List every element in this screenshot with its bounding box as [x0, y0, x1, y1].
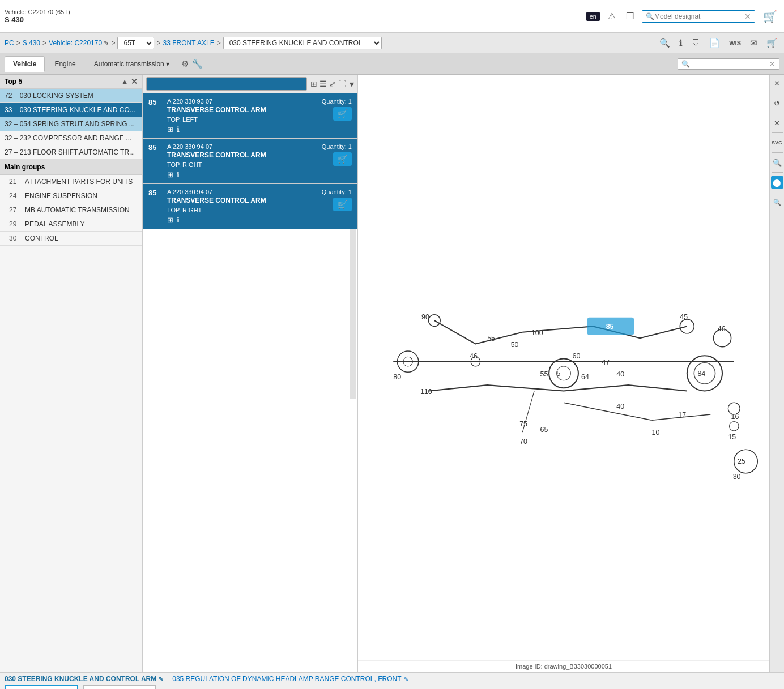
- sidebar-group-24[interactable]: 24 ENGINE SUSPENSION: [0, 189, 142, 203]
- tab-vehicle[interactable]: Vehicle: [5, 56, 45, 72]
- svg-text:15: 15: [728, 433, 736, 441]
- sidebar-top-item-1[interactable]: 33 – 030 STEERING KNUCKLE AND CO...: [0, 103, 142, 117]
- part-info-icon-1[interactable]: ℹ: [177, 170, 180, 179]
- rt-accent-btn[interactable]: ⬤: [771, 176, 783, 189]
- bottom-links: 030 STEERING KNUCKLE AND CONTROL ARM ✎ 0…: [5, 675, 779, 683]
- part-grid-icon-2[interactable]: ⊞: [167, 216, 173, 224]
- sidebar-group-29[interactable]: 29 PEDAL ASSEMBLY: [0, 217, 142, 232]
- add-to-cart-0[interactable]: 🛒: [333, 107, 352, 121]
- add-to-cart-2[interactable]: 🛒: [333, 198, 352, 211]
- bottom-link-0[interactable]: 030 STEERING KNUCKLE AND CONTROL ARM ✎: [5, 675, 163, 683]
- subgroup-dropdown[interactable]: 030 STEERING KNUCKLE AND CONTROL ARM: [223, 37, 382, 49]
- sidebar-top-item-4[interactable]: 27 – 213 FLOOR SHIFT,AUTOMATIC TR...: [0, 145, 142, 160]
- svg-text:64: 64: [581, 373, 589, 381]
- rt-close-btn[interactable]: ✕: [771, 77, 783, 89]
- fullscreen-icon[interactable]: ⛶: [338, 79, 346, 88]
- part-code-1: A 220 330 94 07: [167, 143, 317, 150]
- breadcrumb-vehicle[interactable]: Vehicle: C220170 ✎: [49, 39, 109, 47]
- rt-zoom-in-btn[interactable]: 🔍: [771, 156, 783, 169]
- right-toolbar: ✕ ↺ ✕ SVG 🔍 ⬤ 🔍: [769, 75, 784, 672]
- copy-icon[interactable]: ❐: [624, 10, 636, 23]
- info-icon[interactable]: ℹ: [677, 37, 685, 49]
- clear-search-icon[interactable]: ✕: [744, 12, 751, 21]
- drawing-canvas[interactable]: 80 90 45 46 85 110 5: [358, 75, 769, 660]
- top5-close-icon[interactable]: ✕: [131, 77, 138, 86]
- thumbnail-0[interactable]: [5, 685, 78, 689]
- sidebar-group-21[interactable]: 21 ATTACHMENT PARTS FOR UNITS: [0, 175, 142, 189]
- breadcrumb-pc[interactable]: PC: [5, 39, 14, 47]
- tab-search-input[interactable]: [690, 60, 769, 68]
- part-action-icons-1: ⊞ ℹ: [167, 170, 317, 179]
- part-info-1: A 220 330 94 07 TRANSVERSE CONTROL ARM T…: [167, 143, 317, 179]
- cart-top-icon[interactable]: 🛒: [764, 37, 779, 49]
- part-info-icon-0[interactable]: ℹ: [177, 125, 180, 134]
- tab-engine[interactable]: Engine: [46, 56, 84, 72]
- zoom-in-icon[interactable]: 🔍: [657, 37, 672, 49]
- tab-icon-2[interactable]: 🔧: [192, 59, 203, 69]
- bottom-strip: 030 STEERING KNUCKLE AND CONTROL ARM ✎ 0…: [0, 672, 784, 689]
- rt-cross-btn[interactable]: ✕: [771, 117, 783, 129]
- breadcrumb-s430[interactable]: S 430: [23, 39, 40, 47]
- bottom-link-1[interactable]: 035 REGULATION OF DYNAMIC HEADLAMP RANGE…: [172, 675, 408, 683]
- part-num-0: 85: [148, 98, 163, 106]
- breadcrumb-frontaxle[interactable]: 33 FRONT AXLE: [163, 39, 215, 47]
- rt-history-btn[interactable]: ↺: [771, 97, 783, 109]
- rt-separator-3: [772, 132, 783, 133]
- sidebar-top-item-0[interactable]: 72 – 030 LOCKING SYSTEM: [0, 89, 142, 103]
- qty-label-2: Quantity: 1: [322, 189, 352, 195]
- main-layout: Top 5 ▲ ✕ 72 – 030 LOCKING SYSTEM 33 – 0…: [0, 75, 784, 672]
- parts-header-icons: ⊞ ☰ ⤢ ⛶: [310, 79, 346, 88]
- thumb-svg-1: [86, 687, 154, 689]
- thumb-svg-0: [7, 687, 75, 689]
- svg-text:110: 110: [420, 388, 432, 396]
- filter-icon[interactable]: ⛉: [689, 37, 702, 49]
- part-item-1[interactable]: 85 A 220 330 94 07 TRANSVERSE CONTROL AR…: [143, 139, 357, 184]
- sidebar-group-30[interactable]: 30 CONTROL: [0, 232, 142, 246]
- rt-separator-6: [772, 192, 783, 192]
- svg-rect-50: [86, 687, 154, 689]
- bottom-thumbnails: [5, 685, 779, 689]
- expand-icon[interactable]: ⤢: [329, 79, 336, 88]
- cart-icon[interactable]: 🛒: [761, 8, 779, 24]
- warning-icon[interactable]: ⚠: [606, 10, 618, 23]
- doc-icon[interactable]: 📄: [707, 37, 722, 49]
- tab-transmission[interactable]: Automatic transmission ▾: [86, 56, 178, 72]
- drawing-caption: Image ID: drawing_B33030000051: [358, 660, 769, 672]
- sidebar-top5-header: Top 5 ▲ ✕: [0, 75, 142, 89]
- mail-icon[interactable]: ✉: [748, 37, 760, 49]
- part-item-2[interactable]: 85 A 220 330 94 07 TRANSVERSE CONTROL AR…: [143, 184, 357, 229]
- part-diagram-svg: 80 90 45 46 85 110 5: [358, 75, 769, 660]
- sidebar-group-27[interactable]: 27 MB AUTOMATIC TRANSMISSION: [0, 203, 142, 217]
- vehicle-label: Vehicle: C220170 (65T): [5, 8, 70, 15]
- tab-clear-icon[interactable]: ✕: [769, 60, 775, 68]
- part-item-0[interactable]: 85 A 220 330 93 07 TRANSVERSE CONTROL AR…: [143, 93, 357, 139]
- thumbnail-1[interactable]: [83, 685, 156, 689]
- sidebar-group-items: 21 ATTACHMENT PARTS FOR UNITS 24 ENGINE …: [0, 175, 142, 246]
- part-grid-icon-0[interactable]: ⊞: [167, 125, 173, 134]
- tab-icon-1[interactable]: ⚙: [181, 59, 189, 69]
- list-icon[interactable]: ☰: [319, 79, 327, 88]
- part-info-icon-2[interactable]: ℹ: [177, 216, 180, 224]
- add-to-cart-1[interactable]: 🛒: [333, 152, 352, 166]
- parts-search-input[interactable]: [146, 77, 307, 91]
- svg-text:40: 40: [616, 370, 624, 378]
- svg-text:85: 85: [606, 323, 614, 331]
- sidebar-top-item-2[interactable]: 32 – 054 SPRING STRUT AND SPRING ...: [0, 117, 142, 131]
- rt-svg-btn[interactable]: SVG: [771, 136, 783, 149]
- grid-icon[interactable]: ⊞: [310, 79, 317, 88]
- svg-text:40: 40: [616, 403, 624, 410]
- sidebar-top-item-3[interactable]: 32 – 232 COMPRESSOR AND RANGE ...: [0, 131, 142, 145]
- lang-badge[interactable]: en: [586, 12, 600, 21]
- svg-rect-46: [7, 687, 75, 689]
- parts-scrollbar[interactable]: [350, 229, 356, 399]
- rt-separator-1: [772, 93, 783, 93]
- variant-dropdown[interactable]: 65T: [117, 37, 154, 49]
- scroll-down-icon[interactable]: ▾: [350, 79, 354, 89]
- model-search-input[interactable]: [654, 12, 744, 20]
- top5-collapse-icon[interactable]: ▲: [121, 77, 129, 86]
- svg-text:55: 55: [487, 335, 495, 343]
- rt-zoom-out-btn[interactable]: 🔍: [771, 196, 783, 208]
- wis-icon[interactable]: WIS: [727, 38, 743, 48]
- sidebar: Top 5 ▲ ✕ 72 – 030 LOCKING SYSTEM 33 – 0…: [0, 75, 143, 672]
- part-grid-icon-1[interactable]: ⊞: [167, 170, 173, 179]
